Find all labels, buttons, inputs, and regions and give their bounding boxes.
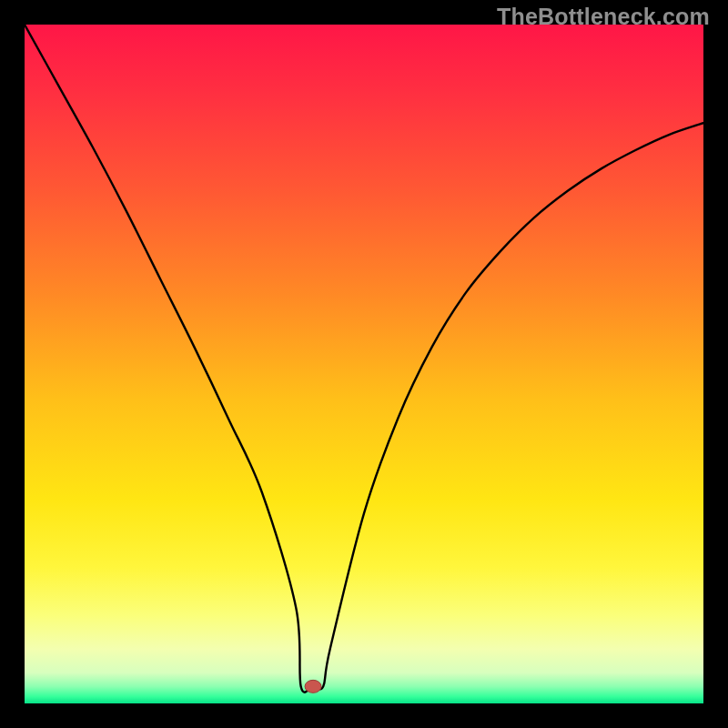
chart-frame: TheBottleneck.com <box>0 0 728 728</box>
gradient-background <box>25 25 703 703</box>
optimum-marker <box>305 680 321 693</box>
bottleneck-chart <box>25 25 703 703</box>
watermark-text: TheBottleneck.com <box>497 4 710 30</box>
